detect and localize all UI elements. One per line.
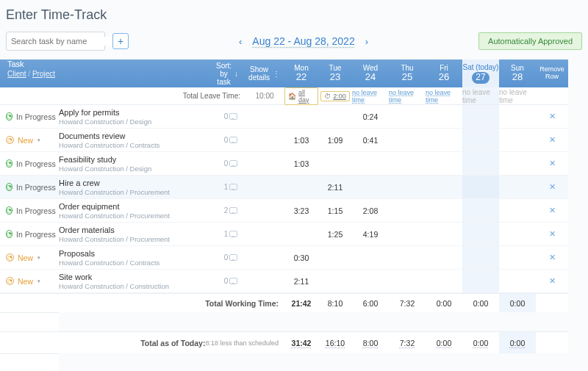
time-cell[interactable]: 1:25 bbox=[318, 223, 352, 246]
show-details-toggle[interactable]: Show details bbox=[248, 65, 270, 82]
task-name[interactable]: Feasibility study bbox=[59, 155, 116, 164]
remove-row-button[interactable]: ✕ bbox=[536, 152, 568, 176]
time-cell[interactable]: 1:09 bbox=[318, 129, 352, 152]
time-cell[interactable]: · bbox=[462, 246, 499, 270]
comments-cell[interactable]: 1 bbox=[217, 223, 245, 246]
time-cell[interactable]: · bbox=[284, 223, 318, 246]
time-cell[interactable]: · bbox=[499, 246, 536, 270]
time-cell[interactable]: · bbox=[318, 246, 352, 270]
time-cell[interactable]: 0:30 bbox=[284, 246, 318, 270]
time-cell[interactable]: 0:24 bbox=[352, 105, 389, 129]
sort-arrow-icon[interactable]: ↓ bbox=[234, 70, 238, 78]
time-cell[interactable]: · bbox=[389, 199, 426, 223]
comments-cell[interactable]: 2 bbox=[217, 199, 245, 223]
sort-label[interactable]: Sort: by task bbox=[216, 62, 232, 86]
task-name[interactable]: Order equipment bbox=[59, 202, 120, 211]
time-cell[interactable]: 2:11 bbox=[318, 176, 352, 199]
time-cell[interactable]: · bbox=[462, 176, 499, 199]
comment-icon[interactable] bbox=[229, 160, 237, 167]
no-leave-link[interactable]: no leave time bbox=[426, 89, 462, 104]
time-cell[interactable]: · bbox=[426, 152, 462, 176]
task-name[interactable]: Apply for permits bbox=[59, 108, 120, 117]
comment-icon[interactable] bbox=[229, 137, 237, 143]
search-box[interactable] bbox=[6, 32, 105, 51]
add-task-button[interactable]: + bbox=[112, 33, 129, 49]
comments-cell[interactable]: 0 bbox=[217, 246, 245, 270]
comment-icon[interactable] bbox=[229, 278, 237, 284]
time-cell[interactable]: · bbox=[499, 223, 536, 246]
time-cell[interactable]: · bbox=[462, 152, 499, 176]
day-header[interactable]: Sun28 bbox=[499, 60, 536, 87]
remove-row-button[interactable]: ✕ bbox=[536, 129, 568, 152]
time-cell[interactable]: 1:15 bbox=[318, 199, 352, 223]
status-cell[interactable]: ◔New▾ bbox=[0, 270, 59, 293]
day-header[interactable]: Sat (today)27 bbox=[462, 60, 499, 87]
task-name[interactable]: Site work bbox=[59, 273, 92, 281]
status-cell[interactable]: ◔In Progress▾ bbox=[0, 176, 59, 199]
task-name[interactable]: Proposals bbox=[59, 249, 95, 258]
time-cell[interactable]: · bbox=[318, 152, 352, 176]
time-cell[interactable]: · bbox=[499, 105, 536, 129]
time-cell[interactable]: 3:23 bbox=[284, 199, 318, 223]
day-header[interactable]: Tue23 bbox=[318, 60, 352, 87]
time-cell[interactable]: · bbox=[426, 246, 462, 270]
time-cell[interactable]: 0:41 bbox=[352, 129, 389, 152]
status-cell[interactable]: ◔In Progress▾ bbox=[0, 199, 59, 223]
day-header[interactable]: Thu25 bbox=[389, 60, 426, 87]
client-project-header[interactable]: Client / Project bbox=[7, 70, 55, 78]
time-cell[interactable]: · bbox=[426, 105, 462, 129]
day-header[interactable]: Wed24 bbox=[352, 60, 389, 87]
no-leave-link[interactable]: no leave time bbox=[389, 89, 426, 104]
status-cell[interactable]: ◔In Progress▾ bbox=[0, 223, 59, 246]
time-cell[interactable]: 2:11 bbox=[284, 270, 318, 293]
comments-cell[interactable]: 0 bbox=[217, 129, 245, 152]
time-cell[interactable]: · bbox=[499, 270, 536, 293]
time-cell[interactable]: · bbox=[352, 270, 389, 293]
leave-tag[interactable]: ⏱2:00 bbox=[320, 91, 350, 101]
date-range-label[interactable]: Aug 22 - Aug 28, 2022 bbox=[252, 35, 354, 47]
time-cell[interactable]: · bbox=[389, 270, 426, 293]
time-cell[interactable]: · bbox=[462, 129, 499, 152]
day-header[interactable]: Fri26 bbox=[426, 60, 462, 87]
comment-icon[interactable] bbox=[229, 207, 237, 214]
next-week-button[interactable]: › bbox=[365, 36, 368, 47]
remove-row-button[interactable]: ✕ bbox=[536, 199, 568, 223]
time-cell[interactable]: · bbox=[499, 129, 536, 152]
time-cell[interactable]: · bbox=[426, 270, 462, 293]
time-cell[interactable]: · bbox=[462, 105, 499, 129]
time-cell[interactable]: · bbox=[318, 270, 352, 293]
remove-row-button[interactable]: ✕ bbox=[536, 105, 568, 129]
remove-row-button[interactable]: ✕ bbox=[536, 246, 568, 270]
time-cell[interactable]: · bbox=[499, 199, 536, 223]
remove-row-button[interactable]: ✕ bbox=[536, 176, 568, 199]
time-cell[interactable]: · bbox=[389, 246, 426, 270]
show-details-dots-icon[interactable]: ⋮ bbox=[273, 70, 280, 78]
task-name[interactable]: Order materials bbox=[59, 226, 115, 234]
time-cell[interactable]: · bbox=[426, 176, 462, 199]
time-cell[interactable]: · bbox=[426, 199, 462, 223]
task-name[interactable]: Hire a crew bbox=[59, 179, 100, 187]
time-cell[interactable]: · bbox=[426, 223, 462, 246]
time-cell[interactable]: · bbox=[462, 270, 499, 293]
time-cell[interactable]: · bbox=[352, 176, 389, 199]
time-cell[interactable]: · bbox=[352, 152, 389, 176]
remove-row-button[interactable]: ✕ bbox=[536, 223, 568, 246]
time-cell[interactable]: · bbox=[462, 223, 499, 246]
time-cell[interactable]: · bbox=[284, 176, 318, 199]
comment-icon[interactable] bbox=[229, 231, 237, 237]
remove-row-button[interactable]: ✕ bbox=[536, 270, 568, 293]
time-cell[interactable]: · bbox=[462, 199, 499, 223]
time-cell[interactable]: · bbox=[389, 223, 426, 246]
status-caret-icon[interactable]: ▾ bbox=[37, 278, 40, 284]
comments-cell[interactable]: 0 bbox=[217, 152, 245, 176]
time-cell[interactable]: · bbox=[389, 176, 426, 199]
time-cell[interactable]: · bbox=[389, 152, 426, 176]
no-leave-link[interactable]: no leave time bbox=[352, 89, 389, 104]
time-cell[interactable]: 4:19 bbox=[352, 223, 389, 246]
comment-icon[interactable] bbox=[229, 113, 237, 120]
status-cell[interactable]: ◔New▾ bbox=[0, 246, 59, 270]
time-cell[interactable]: · bbox=[352, 246, 389, 270]
comment-icon[interactable] bbox=[229, 254, 237, 261]
status-caret-icon[interactable]: ▾ bbox=[37, 137, 40, 143]
status-cell[interactable]: ◔In Progress▾ bbox=[0, 152, 59, 176]
